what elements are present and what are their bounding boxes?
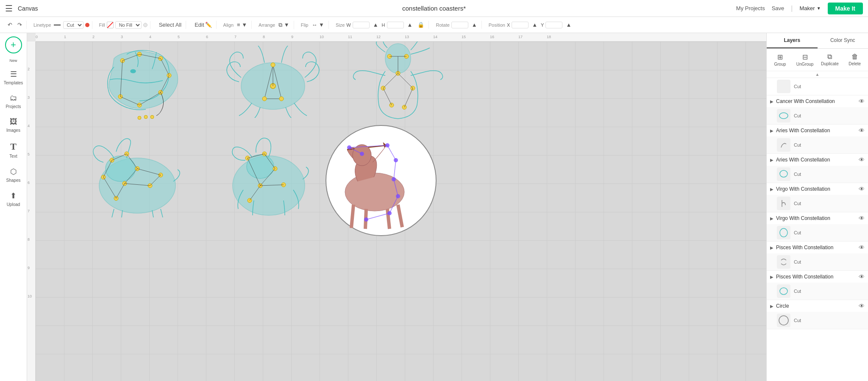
pisces2-eye-icon[interactable]: 👁: [859, 273, 865, 280]
make-it-button[interactable]: Make It: [828, 3, 863, 14]
lock-aspect-button[interactable]: 🔒: [416, 21, 426, 29]
my-projects-link[interactable]: My Projects: [736, 5, 765, 11]
aries2-chevron-icon: ▶: [770, 158, 773, 162]
virgo2-eye-icon[interactable]: 👁: [859, 215, 865, 222]
flip-dropdown[interactable]: ↔ ▼: [310, 21, 326, 29]
edit-button[interactable]: Edit ✏️: [193, 21, 213, 29]
fill-swatch[interactable]: [107, 22, 114, 28]
cancer-eye-icon[interactable]: 👁: [859, 98, 865, 105]
x-up[interactable]: ▲: [530, 21, 539, 29]
y-input[interactable]: [545, 22, 562, 28]
aries-item-2[interactable]: [218, 135, 320, 217]
tab-color-sync[interactable]: Color Sync: [818, 33, 868, 48]
circle-thumb: [777, 314, 790, 327]
sidebar-item-text[interactable]: T Text: [2, 138, 25, 162]
ungroup-icon: ⊟: [802, 53, 808, 61]
pisces-item-1[interactable]: [97, 46, 195, 120]
svg-point-17: [138, 116, 141, 120]
tab-layers[interactable]: Layers: [767, 33, 818, 48]
align-dropdown[interactable]: ≡ ▼: [235, 21, 249, 29]
sidebar-item-new[interactable]: +: [5, 36, 22, 53]
pisces2-layer-header[interactable]: ▶ Pisces With Constellation 👁: [767, 271, 868, 283]
sidebar-item-templates[interactable]: ☰ Templates: [2, 66, 25, 89]
size-group: Size W ▲ H ▲ 🔒: [333, 21, 429, 29]
virgo-item-1[interactable]: [349, 42, 447, 120]
redo-button[interactable]: ↷: [16, 21, 24, 29]
templates-icon: ☰: [10, 70, 17, 79]
undo-button[interactable]: ↶: [6, 21, 14, 29]
sidebar-item-images[interactable]: 🖼 Images: [2, 114, 25, 136]
linetype-swatch: [54, 25, 61, 25]
pisces2-thumb: [777, 284, 790, 298]
width-up[interactable]: ▲: [371, 21, 380, 29]
svg-point-98: [779, 316, 788, 325]
group-icon: ⊞: [777, 53, 783, 61]
sagittarius-item[interactable]: [324, 122, 438, 239]
x-input[interactable]: [512, 22, 529, 28]
size-label: Size: [336, 22, 345, 28]
cancer-svg: [224, 44, 322, 118]
height-input[interactable]: [387, 22, 404, 28]
left-sidebar: + New ☰ Templates 🗂 Projects 🖼 Images T …: [0, 33, 27, 381]
virgo2-chevron-icon: ▶: [770, 216, 773, 221]
virgo2-thumb: [777, 226, 790, 239]
scroll-up[interactable]: ▲: [767, 71, 868, 78]
aries-item-1[interactable]: [86, 135, 188, 217]
aries2-eye-icon[interactable]: 👁: [859, 156, 865, 163]
group-button[interactable]: ⊞ Group: [768, 51, 792, 68]
menu-icon[interactable]: ☰: [5, 3, 13, 14]
linetype-select[interactable]: Cut: [63, 21, 83, 29]
virgo1-chevron-icon: ▶: [770, 187, 773, 192]
circle-layer-header[interactable]: ▶ Circle 👁: [767, 300, 868, 312]
sidebar-item-upload[interactable]: ⬆ Upload: [2, 188, 25, 210]
circle-eye-icon[interactable]: 👁: [859, 303, 865, 309]
pisces1-layer-header[interactable]: ▶ Pisces With Constellation 👁: [767, 242, 868, 253]
save-button[interactable]: Save: [772, 5, 785, 11]
virgo2-layer-header[interactable]: ▶ Virgo With Constellation 👁: [767, 212, 868, 224]
rotate-up[interactable]: ▲: [470, 21, 479, 29]
height-label: H: [382, 22, 385, 28]
aries2-layer-header[interactable]: ▶ Aries With Constellation 👁: [767, 154, 868, 166]
canvas-area[interactable]: 0 1 2 3 4 5 6 7 8 9 10 11 12 13 14 15 16…: [27, 33, 766, 381]
virgo1-layer-header[interactable]: ▶ Virgo With Constellation 👁: [767, 183, 868, 195]
arrange-dropdown[interactable]: ⧉ ▼: [277, 21, 291, 29]
layer-group-cancer: ▶ Cancer With Constellation 👁 Cut: [767, 95, 868, 125]
edit-icon: ✏️: [205, 22, 212, 28]
layer-group-aries-1: ▶ Aries With Constellation 👁 Cut: [767, 125, 868, 154]
edit-group: Edit ✏️: [190, 21, 216, 29]
virgo2-layer-name: Virgo With Constellation: [776, 215, 856, 221]
fill-select[interactable]: No Fill: [115, 21, 142, 29]
aries-svg-1: [86, 135, 188, 217]
select-all-button[interactable]: Select All: [157, 21, 183, 29]
svg-line-37: [383, 73, 398, 88]
delete-button[interactable]: 🗑 Delete: [843, 51, 866, 68]
pisces1-eye-icon[interactable]: 👁: [859, 244, 865, 251]
sidebar-item-shapes[interactable]: ⬡ Shapes: [2, 164, 25, 186]
aries1-layer-header[interactable]: ▶ Aries With Constellation 👁: [767, 125, 868, 136]
width-input[interactable]: [353, 22, 370, 28]
cancer-layer-header[interactable]: ▶ Cancer With Constellation 👁: [767, 95, 868, 107]
new-label: New: [9, 58, 17, 63]
rotate-input[interactable]: [451, 22, 468, 28]
templates-label: Templates: [4, 81, 23, 85]
virgo1-eye-icon[interactable]: 👁: [859, 186, 865, 192]
sidebar-item-projects[interactable]: 🗂 Projects: [2, 90, 25, 112]
plus-icon: +: [11, 39, 16, 50]
duplicate-button[interactable]: ⧉ Duplicate: [818, 51, 842, 68]
cancer-item[interactable]: [224, 44, 322, 118]
layer-group-circle: ▶ Circle 👁 Cut: [767, 300, 868, 329]
aries1-cut-label: Cut: [794, 142, 801, 147]
pisces2-layer-sub: Cut: [767, 283, 868, 300]
maker-chevron-icon: ▼: [817, 6, 821, 11]
layers-list[interactable]: Cut ▶ Cancer With Constellation 👁 Cut: [767, 78, 868, 381]
svg-line-38: [398, 73, 413, 88]
maker-dropdown[interactable]: Maker ▼: [800, 5, 821, 11]
select-all-label: Select All: [159, 22, 181, 28]
ungroup-button[interactable]: ⊟ UnGroup: [793, 51, 817, 68]
y-up[interactable]: ▲: [564, 21, 573, 29]
linetype-label: Linetype: [33, 22, 51, 28]
aries1-eye-icon[interactable]: 👁: [859, 127, 865, 134]
right-panel: Layers Color Sync ⊞ Group ⊟ UnGroup ⧉ Du…: [766, 33, 868, 381]
height-up[interactable]: ▲: [406, 21, 415, 29]
flip-group: Flip ↔ ▼: [298, 21, 329, 29]
